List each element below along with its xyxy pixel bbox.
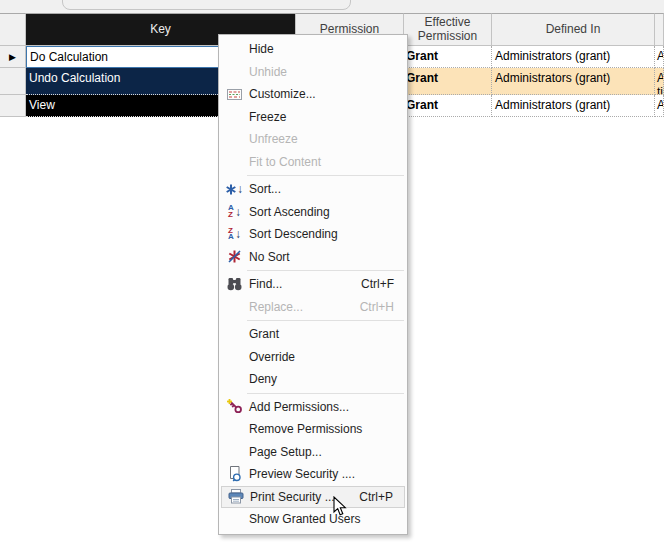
menu-item-freeze[interactable]: Freeze: [221, 106, 405, 129]
menu-item-sort[interactable]: ↓Sort...: [221, 178, 405, 201]
clipped-cell[interactable]: A: [655, 95, 664, 117]
menu-item-page-setup[interactable]: Page Setup...: [221, 441, 405, 464]
defined-in-cell[interactable]: Administrators (grant): [492, 95, 655, 117]
menu-item-label: Remove Permissions: [247, 422, 362, 436]
menu-item-deny[interactable]: Deny: [221, 368, 405, 391]
menu-item-label: Override: [247, 350, 295, 364]
clipped-cell[interactable]: A ti: [655, 68, 664, 95]
column-header-corner[interactable]: [0, 13, 26, 46]
menu-item-label: Fit to Content: [247, 155, 321, 169]
menu-item-preview-security[interactable]: Preview Security ....: [221, 463, 405, 486]
menu-item-hide[interactable]: Hide: [221, 38, 405, 61]
menu-item-shortcut: Ctrl+F: [361, 277, 404, 291]
print-security-icon: [223, 489, 248, 504]
menu-item-label: Unfreeze: [247, 132, 298, 146]
menu-item-label: Hide: [247, 42, 274, 56]
menu-item-label: Grant: [247, 327, 279, 341]
menu-item-label: Find...: [247, 277, 282, 291]
menu-item-label: Sort Ascending: [247, 205, 330, 219]
menu-separator: [247, 393, 404, 394]
menu-item-customize[interactable]: Customize...: [221, 83, 405, 106]
context-menu: HideUnhideCustomize...FreezeUnfreezeFit …: [218, 34, 408, 535]
column-header-defined-in[interactable]: Defined In: [492, 13, 655, 46]
effective-permission-cell[interactable]: Grant: [404, 68, 492, 95]
menu-item-no-sort[interactable]: No Sort: [221, 246, 405, 269]
menu-item-replace: Replace...Ctrl+H: [221, 296, 405, 319]
add-permissions-icon: [222, 399, 247, 414]
defined-in-cell[interactable]: Administrators (grant): [492, 68, 655, 95]
menu-item-label: Freeze: [247, 110, 286, 124]
menu-item-label: Customize...: [247, 87, 316, 101]
menu-item-label: Show Granted Users: [247, 512, 360, 526]
effective-permission-cell[interactable]: Grant: [404, 46, 492, 68]
menu-item-label: Unhide: [247, 65, 287, 79]
menu-item-label: Sort Descending: [247, 227, 338, 241]
defined-in-cell[interactable]: Administrators (grant): [492, 46, 655, 68]
menu-item-grant[interactable]: Grant: [221, 323, 405, 346]
sort-ascending-icon: AZ↓: [222, 205, 247, 218]
menu-item-sort-ascending[interactable]: AZ↓Sort Ascending: [221, 201, 405, 224]
no-sort-icon: [222, 250, 247, 263]
menu-item-label: Deny: [247, 372, 277, 386]
menu-item-remove-permissions[interactable]: Remove Permissions: [221, 418, 405, 441]
menu-item-unhide: Unhide: [221, 61, 405, 84]
column-header-effective-permission[interactable]: Effective Permission: [404, 13, 492, 46]
row-selector[interactable]: ▶: [0, 46, 26, 68]
clipped-cell[interactable]: A: [655, 46, 664, 68]
menu-item-fit-to-content: Fit to Content: [221, 151, 405, 174]
row-selector[interactable]: [0, 68, 26, 95]
sort-descending-icon: ZA↓: [222, 228, 247, 241]
menu-item-label: Add Permissions...: [247, 400, 349, 414]
menu-item-label: Sort...: [247, 182, 281, 196]
menu-item-label: Replace...: [247, 300, 303, 314]
row-selector[interactable]: [0, 95, 26, 117]
menu-item-find[interactable]: Find...Ctrl+F: [221, 273, 405, 296]
menu-item-override[interactable]: Override: [221, 346, 405, 369]
permissions-window: Key Permission Effective Permission Defi…: [0, 0, 664, 542]
preview-security-icon: [222, 466, 247, 482]
find-icon: [222, 277, 247, 291]
column-header-clipped[interactable]: [655, 13, 664, 46]
menu-item-shortcut: Ctrl+P: [359, 490, 403, 504]
menu-separator: [247, 175, 404, 176]
customize-icon: [222, 88, 247, 101]
menu-item-label: Page Setup...: [247, 445, 322, 459]
menu-item-unfreeze: Unfreeze: [221, 128, 405, 151]
menu-separator: [247, 320, 404, 321]
menu-separator: [247, 270, 404, 271]
menu-item-add-permissions[interactable]: Add Permissions...: [221, 396, 405, 419]
menu-item-label: No Sort: [247, 250, 290, 264]
menu-item-sort-descending[interactable]: ZA↓Sort Descending: [221, 223, 405, 246]
panel-edge: [62, 0, 351, 10]
effective-permission-cell[interactable]: Grant: [404, 95, 492, 117]
menu-item-shortcut: Ctrl+H: [360, 300, 404, 314]
top-panel: [0, 0, 664, 13]
menu-item-label: Print Security ....: [248, 490, 338, 504]
menu-item-print-security[interactable]: Print Security ....Ctrl+P: [221, 486, 405, 509]
current-row-arrow: ▶: [9, 52, 16, 62]
menu-item-show-granted-users[interactable]: Show Granted Users: [221, 508, 405, 531]
sort-icon: ↓: [222, 183, 247, 195]
menu-item-label: Preview Security ....: [247, 467, 355, 481]
